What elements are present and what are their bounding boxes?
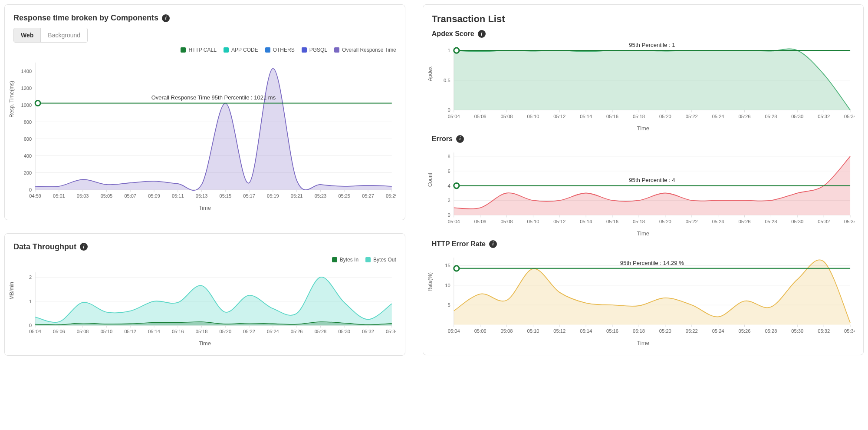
- apdex-title: Apdex Score i: [432, 30, 855, 38]
- svg-text:05:27: 05:27: [362, 193, 374, 198]
- legend-pgsql[interactable]: PGSQL: [302, 47, 327, 53]
- response-time-tabs: Web Background: [13, 28, 88, 43]
- svg-text:1000: 1000: [21, 103, 32, 108]
- svg-text:05:24: 05:24: [267, 329, 279, 334]
- svg-text:800: 800: [24, 119, 32, 125]
- svg-text:05:06: 05:06: [474, 218, 486, 224]
- svg-text:1: 1: [447, 48, 450, 53]
- svg-text:05:08: 05:08: [500, 328, 513, 333]
- svg-text:05:16: 05:16: [606, 114, 618, 119]
- svg-text:05:14: 05:14: [580, 328, 592, 333]
- svg-text:05:24: 05:24: [712, 114, 724, 119]
- svg-text:05:32: 05:32: [818, 328, 830, 333]
- svg-text:05:18: 05:18: [633, 114, 645, 119]
- legend-app-code[interactable]: APP CODE: [224, 47, 258, 53]
- svg-text:05:10: 05:10: [527, 328, 539, 333]
- info-icon[interactable]: i: [162, 14, 170, 22]
- info-icon[interactable]: i: [80, 243, 88, 251]
- svg-text:05:06: 05:06: [474, 114, 486, 119]
- svg-text:05:12: 05:12: [553, 328, 566, 333]
- xlabel: Time: [432, 125, 855, 132]
- svg-text:6: 6: [447, 169, 450, 174]
- svg-text:2: 2: [447, 198, 450, 203]
- svg-text:05:28: 05:28: [765, 218, 777, 224]
- svg-text:05:26: 05:26: [738, 328, 750, 333]
- svg-text:05:18: 05:18: [633, 328, 645, 333]
- svg-text:05:28: 05:28: [765, 114, 777, 119]
- svg-text:05:14: 05:14: [148, 329, 160, 334]
- svg-text:05:30: 05:30: [791, 114, 803, 119]
- legend-others[interactable]: OTHERS: [265, 47, 295, 53]
- legend-http-call[interactable]: HTTP CALL: [181, 47, 216, 53]
- tab-web[interactable]: Web: [14, 28, 41, 42]
- svg-text:05:26: 05:26: [291, 329, 303, 334]
- svg-text:05:30: 05:30: [791, 218, 803, 224]
- svg-text:600: 600: [24, 136, 32, 142]
- legend-bytes-out[interactable]: Bytes Out: [365, 257, 396, 263]
- svg-text:05:30: 05:30: [791, 328, 803, 333]
- http-error-rate-title: HTTP Error Rate i: [432, 240, 855, 248]
- svg-text:05:17: 05:17: [243, 193, 255, 198]
- transaction-list-panel: Transaction List Apdex Score i Apdex 00.…: [423, 4, 864, 355]
- svg-text:1200: 1200: [21, 86, 32, 91]
- svg-text:10: 10: [445, 282, 450, 288]
- svg-text:05:06: 05:06: [53, 329, 65, 334]
- svg-text:05:32: 05:32: [818, 218, 830, 224]
- svg-text:05:21: 05:21: [291, 193, 303, 198]
- svg-text:05:22: 05:22: [686, 328, 698, 333]
- svg-text:05:26: 05:26: [738, 114, 750, 119]
- svg-text:200: 200: [24, 170, 32, 175]
- svg-text:95th Percentile : 14.29 %: 95th Percentile : 14.29 %: [620, 259, 684, 266]
- svg-text:05:22: 05:22: [686, 218, 698, 224]
- svg-text:05:32: 05:32: [818, 114, 830, 119]
- svg-text:05:34: 05:34: [844, 114, 855, 119]
- errors-chart: Count 0246895th Percentile : 405:0405:06…: [432, 145, 855, 237]
- legend-overall[interactable]: Overall Response Time: [334, 47, 396, 53]
- transaction-list-title: Transaction List: [432, 13, 855, 25]
- svg-text:1400: 1400: [21, 69, 32, 74]
- info-icon[interactable]: i: [489, 240, 497, 248]
- legend-bytes-in[interactable]: Bytes In: [332, 257, 358, 263]
- ylabel: MB/min: [9, 282, 15, 300]
- svg-text:05:04: 05:04: [448, 328, 460, 333]
- svg-text:15: 15: [445, 263, 450, 268]
- response-time-title: Response time broken by Components i: [13, 13, 396, 23]
- svg-text:05:10: 05:10: [527, 218, 539, 224]
- svg-text:0: 0: [447, 212, 450, 218]
- throughput-legend: Bytes In Bytes Out: [13, 257, 396, 263]
- svg-text:05:08: 05:08: [77, 329, 89, 334]
- ylabel: Apdex: [427, 66, 433, 81]
- info-icon[interactable]: i: [456, 135, 464, 143]
- xlabel: Time: [432, 230, 855, 237]
- svg-text:1: 1: [29, 298, 32, 304]
- svg-point-145: [454, 183, 459, 188]
- svg-text:05:19: 05:19: [267, 193, 279, 198]
- svg-text:05:20: 05:20: [659, 328, 671, 333]
- apdex-chart: Apdex 00.5195th Percentile : 105:0405:06…: [432, 40, 855, 132]
- svg-text:05:16: 05:16: [606, 218, 618, 224]
- xlabel: Time: [13, 340, 396, 347]
- svg-text:05:12: 05:12: [124, 329, 136, 334]
- svg-text:05:12: 05:12: [553, 218, 566, 224]
- svg-text:05:11: 05:11: [172, 193, 184, 198]
- tab-background[interactable]: Background: [41, 28, 87, 42]
- errors-title: Errors i: [432, 135, 855, 143]
- svg-text:05:06: 05:06: [474, 328, 486, 333]
- svg-text:05:28: 05:28: [315, 329, 327, 334]
- info-icon[interactable]: i: [478, 30, 486, 38]
- svg-text:05:08: 05:08: [500, 114, 513, 119]
- svg-text:05:34: 05:34: [844, 328, 855, 333]
- svg-text:05:22: 05:22: [686, 114, 698, 119]
- svg-text:0: 0: [447, 107, 450, 112]
- svg-text:0.5: 0.5: [444, 78, 450, 83]
- svg-text:05:30: 05:30: [338, 329, 350, 334]
- svg-text:05:26: 05:26: [738, 218, 750, 224]
- svg-text:05:03: 05:03: [77, 193, 89, 198]
- svg-text:05:10: 05:10: [527, 114, 539, 119]
- svg-text:95th Percentile : 1: 95th Percentile : 1: [629, 42, 675, 48]
- svg-text:05:32: 05:32: [362, 329, 374, 334]
- svg-text:05:20: 05:20: [659, 114, 671, 119]
- svg-point-99: [454, 48, 459, 53]
- xlabel: Time: [13, 205, 396, 211]
- ylabel: Count: [427, 173, 433, 187]
